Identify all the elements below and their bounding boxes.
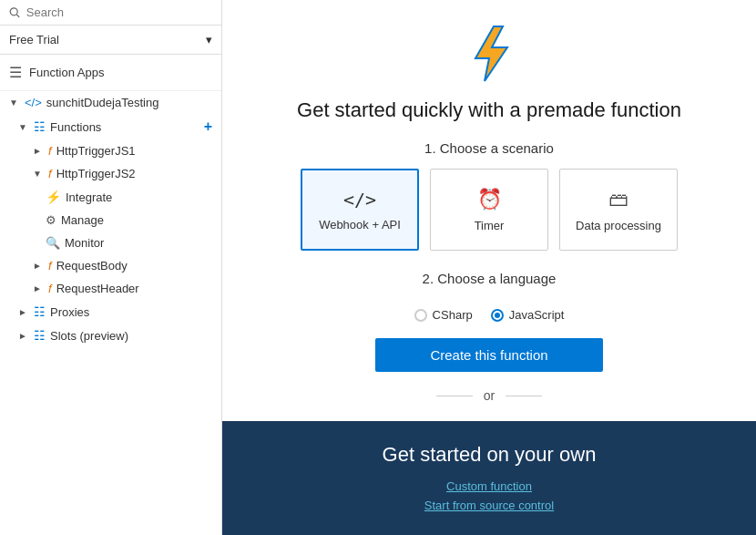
caret-down-icon: ▼ bbox=[18, 122, 29, 132]
javascript-radio[interactable] bbox=[491, 309, 504, 322]
csharp-radio[interactable] bbox=[414, 309, 427, 322]
data-icon: 🗃 bbox=[608, 188, 628, 211]
function-icon: f bbox=[48, 167, 52, 180]
sidebar-item-requestbody[interactable]: ► f RequestBody bbox=[0, 254, 221, 277]
caret-right-icon: ► bbox=[33, 261, 44, 271]
add-function-button[interactable]: + bbox=[204, 118, 212, 135]
caret-right-icon: ► bbox=[18, 331, 29, 341]
project-code-icon: </> bbox=[25, 96, 42, 109]
chevron-down-icon: ▾ bbox=[206, 33, 212, 46]
csharp-option[interactable]: CSharp bbox=[414, 308, 473, 322]
httptriggerjs1-label: HttpTriggerJS1 bbox=[56, 144, 212, 158]
monitor-icon: 🔍 bbox=[46, 236, 60, 250]
requestheader-label: RequestHeader bbox=[56, 282, 212, 295]
sidebar-item-integrate[interactable]: ⚡ Integrate bbox=[0, 185, 221, 209]
bolt-icon: ⚡ bbox=[46, 190, 61, 204]
webhook-label: Webhook + API bbox=[319, 218, 401, 231]
function-icon: f bbox=[48, 144, 52, 158]
timer-icon: ⏰ bbox=[477, 188, 502, 211]
function-icon: f bbox=[48, 282, 52, 295]
functions-node[interactable]: ▼ ☷ Functions + bbox=[0, 114, 221, 139]
javascript-option[interactable]: JavaScript bbox=[491, 308, 565, 322]
language-options: CSharp JavaScript bbox=[414, 308, 565, 322]
caret-down-icon: ▼ bbox=[9, 98, 20, 108]
sidebar-item-httptriggerjs2[interactable]: ▼ f HttpTriggerJS2 bbox=[0, 162, 221, 185]
manage-label: Manage bbox=[61, 213, 212, 227]
slots-label: Slots (preview) bbox=[50, 329, 212, 343]
project-node[interactable]: ▼ </> sunchitDudejaTesting bbox=[0, 91, 221, 114]
integrate-label: Integrate bbox=[66, 190, 212, 204]
caret-right-icon: ► bbox=[33, 146, 44, 156]
free-trial-label: Free Trial bbox=[9, 33, 59, 46]
functions-label: Functions bbox=[50, 120, 199, 134]
main-top-section: Get started quickly with a premade funct… bbox=[222, 0, 756, 421]
project-name-label: sunchitDudejaTesting bbox=[46, 96, 212, 109]
gear-icon: ⚙ bbox=[46, 213, 56, 227]
list-icon: ☰ bbox=[9, 64, 22, 81]
scenario-data-processing[interactable]: 🗃 Data processing bbox=[559, 169, 678, 251]
main-title: Get started quickly with a premade funct… bbox=[297, 98, 681, 122]
caret-right-icon: ► bbox=[33, 283, 44, 293]
sidebar-item-requestheader[interactable]: ► f RequestHeader bbox=[0, 277, 221, 300]
or-label: or bbox=[484, 388, 495, 403]
sidebar-item-monitor[interactable]: 🔍 Monitor bbox=[0, 231, 221, 254]
or-line-left bbox=[436, 396, 473, 396]
sidebar: Free Trial ▾ ☰ Function Apps ▼ </> sunch… bbox=[0, 0, 222, 535]
svg-point-0 bbox=[10, 7, 17, 15]
source-control-link[interactable]: Start from source control bbox=[424, 499, 554, 512]
sidebar-item-httptriggerjs1[interactable]: ► f HttpTriggerJS1 bbox=[0, 139, 221, 162]
proxies-label: Proxies bbox=[50, 305, 212, 319]
functions-list-icon: ☷ bbox=[34, 119, 46, 134]
requestbody-label: RequestBody bbox=[56, 259, 212, 273]
or-line-right bbox=[506, 396, 542, 396]
custom-function-link[interactable]: Custom function bbox=[446, 479, 532, 493]
scenario-timer[interactable]: ⏰ Timer bbox=[430, 169, 548, 251]
function-icon: f bbox=[48, 259, 52, 273]
monitor-label: Monitor bbox=[65, 236, 212, 250]
scenario-webhook[interactable]: </> Webhook + API bbox=[301, 169, 419, 251]
or-divider: or bbox=[436, 388, 542, 403]
webhook-icon: </> bbox=[343, 189, 376, 211]
javascript-label: JavaScript bbox=[509, 308, 565, 322]
proxies-list-icon: ☷ bbox=[34, 304, 46, 319]
data-label: Data processing bbox=[576, 219, 661, 232]
search-bar[interactable] bbox=[0, 0, 221, 26]
caret-right-icon: ► bbox=[18, 307, 29, 317]
svg-marker-2 bbox=[475, 26, 507, 81]
csharp-label: CSharp bbox=[433, 308, 473, 322]
main-bottom-section: Get started on your own Custom function … bbox=[222, 421, 756, 535]
create-function-button[interactable]: Create this function bbox=[375, 338, 602, 372]
svg-line-1 bbox=[16, 15, 19, 17]
caret-down-icon: ▼ bbox=[33, 169, 44, 179]
own-section-title: Get started on your own bbox=[383, 443, 597, 467]
lightning-bolt-icon bbox=[457, 22, 521, 86]
scenario-cards: </> Webhook + API ⏰ Timer 🗃 Data process… bbox=[301, 169, 678, 251]
timer-label: Timer bbox=[475, 219, 505, 232]
sidebar-item-proxies[interactable]: ► ☷ Proxies bbox=[0, 300, 221, 324]
main-content: Get started quickly with a premade funct… bbox=[222, 0, 756, 535]
search-input[interactable] bbox=[26, 5, 212, 19]
language-section: 2. Choose a language CSharp JavaScript bbox=[414, 271, 565, 322]
search-icon bbox=[9, 6, 21, 19]
sidebar-item-slots[interactable]: ► ☷ Slots (preview) bbox=[0, 324, 221, 347]
choose-scenario-label: 1. Choose a scenario bbox=[424, 140, 554, 156]
function-apps-row[interactable]: ☰ Function Apps bbox=[0, 55, 221, 91]
choose-language-label: 2. Choose a language bbox=[423, 271, 557, 286]
sidebar-item-manage[interactable]: ⚙ Manage bbox=[0, 209, 221, 231]
slots-list-icon: ☷ bbox=[34, 328, 46, 343]
free-trial-row[interactable]: Free Trial ▾ bbox=[0, 26, 221, 55]
httptriggerjs2-label: HttpTriggerJS2 bbox=[56, 167, 212, 180]
function-apps-label: Function Apps bbox=[29, 66, 104, 79]
